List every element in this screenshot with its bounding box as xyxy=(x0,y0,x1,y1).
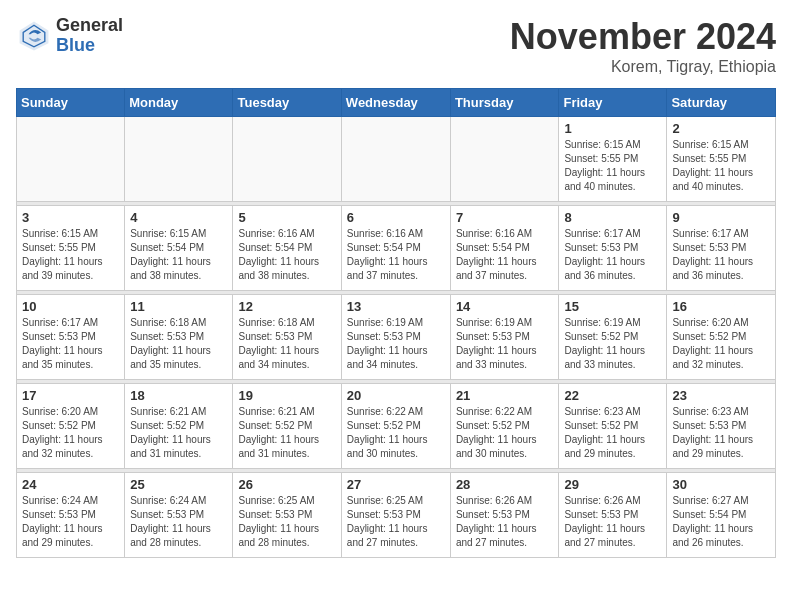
day-cell-1-6: 9Sunrise: 6:17 AM Sunset: 5:53 PM Daylig… xyxy=(667,206,776,291)
day-number: 4 xyxy=(130,210,227,225)
day-info: Sunrise: 6:17 AM Sunset: 5:53 PM Dayligh… xyxy=(22,316,119,372)
day-cell-2-1: 11Sunrise: 6:18 AM Sunset: 5:53 PM Dayli… xyxy=(125,295,233,380)
col-wednesday: Wednesday xyxy=(341,89,450,117)
day-cell-1-3: 6Sunrise: 6:16 AM Sunset: 5:54 PM Daylig… xyxy=(341,206,450,291)
day-cell-0-0 xyxy=(17,117,125,202)
day-number: 10 xyxy=(22,299,119,314)
day-info: Sunrise: 6:16 AM Sunset: 5:54 PM Dayligh… xyxy=(238,227,335,283)
day-cell-2-0: 10Sunrise: 6:17 AM Sunset: 5:53 PM Dayli… xyxy=(17,295,125,380)
logo-blue: Blue xyxy=(56,36,123,56)
col-thursday: Thursday xyxy=(450,89,559,117)
day-info: Sunrise: 6:21 AM Sunset: 5:52 PM Dayligh… xyxy=(238,405,335,461)
day-info: Sunrise: 6:18 AM Sunset: 5:53 PM Dayligh… xyxy=(130,316,227,372)
day-info: Sunrise: 6:19 AM Sunset: 5:53 PM Dayligh… xyxy=(456,316,554,372)
day-cell-0-5: 1Sunrise: 6:15 AM Sunset: 5:55 PM Daylig… xyxy=(559,117,667,202)
day-cell-1-2: 5Sunrise: 6:16 AM Sunset: 5:54 PM Daylig… xyxy=(233,206,341,291)
day-cell-3-5: 22Sunrise: 6:23 AM Sunset: 5:52 PM Dayli… xyxy=(559,384,667,469)
day-number: 12 xyxy=(238,299,335,314)
day-cell-3-0: 17Sunrise: 6:20 AM Sunset: 5:52 PM Dayli… xyxy=(17,384,125,469)
day-info: Sunrise: 6:15 AM Sunset: 5:55 PM Dayligh… xyxy=(672,138,770,194)
day-number: 5 xyxy=(238,210,335,225)
logo-text: General Blue xyxy=(56,16,123,56)
logo-general: General xyxy=(56,16,123,36)
day-info: Sunrise: 6:16 AM Sunset: 5:54 PM Dayligh… xyxy=(347,227,445,283)
day-number: 13 xyxy=(347,299,445,314)
day-number: 29 xyxy=(564,477,661,492)
day-info: Sunrise: 6:27 AM Sunset: 5:54 PM Dayligh… xyxy=(672,494,770,550)
day-info: Sunrise: 6:25 AM Sunset: 5:53 PM Dayligh… xyxy=(347,494,445,550)
day-info: Sunrise: 6:26 AM Sunset: 5:53 PM Dayligh… xyxy=(456,494,554,550)
col-saturday: Saturday xyxy=(667,89,776,117)
day-number: 17 xyxy=(22,388,119,403)
title-section: November 2024 Korem, Tigray, Ethiopia xyxy=(510,16,776,76)
day-info: Sunrise: 6:23 AM Sunset: 5:52 PM Dayligh… xyxy=(564,405,661,461)
day-number: 11 xyxy=(130,299,227,314)
day-cell-3-4: 21Sunrise: 6:22 AM Sunset: 5:52 PM Dayli… xyxy=(450,384,559,469)
day-info: Sunrise: 6:20 AM Sunset: 5:52 PM Dayligh… xyxy=(672,316,770,372)
day-number: 19 xyxy=(238,388,335,403)
logo-icon xyxy=(16,18,52,54)
day-number: 3 xyxy=(22,210,119,225)
month-title: November 2024 xyxy=(510,16,776,58)
day-cell-4-1: 25Sunrise: 6:24 AM Sunset: 5:53 PM Dayli… xyxy=(125,473,233,558)
day-info: Sunrise: 6:18 AM Sunset: 5:53 PM Dayligh… xyxy=(238,316,335,372)
day-info: Sunrise: 6:24 AM Sunset: 5:53 PM Dayligh… xyxy=(22,494,119,550)
day-cell-3-2: 19Sunrise: 6:21 AM Sunset: 5:52 PM Dayli… xyxy=(233,384,341,469)
week-row-3: 17Sunrise: 6:20 AM Sunset: 5:52 PM Dayli… xyxy=(17,384,776,469)
day-info: Sunrise: 6:25 AM Sunset: 5:53 PM Dayligh… xyxy=(238,494,335,550)
day-number: 1 xyxy=(564,121,661,136)
week-row-1: 3Sunrise: 6:15 AM Sunset: 5:55 PM Daylig… xyxy=(17,206,776,291)
day-info: Sunrise: 6:22 AM Sunset: 5:52 PM Dayligh… xyxy=(347,405,445,461)
day-cell-0-2 xyxy=(233,117,341,202)
day-cell-4-5: 29Sunrise: 6:26 AM Sunset: 5:53 PM Dayli… xyxy=(559,473,667,558)
day-number: 15 xyxy=(564,299,661,314)
day-cell-4-4: 28Sunrise: 6:26 AM Sunset: 5:53 PM Dayli… xyxy=(450,473,559,558)
col-tuesday: Tuesday xyxy=(233,89,341,117)
day-cell-2-3: 13Sunrise: 6:19 AM Sunset: 5:53 PM Dayli… xyxy=(341,295,450,380)
day-info: Sunrise: 6:16 AM Sunset: 5:54 PM Dayligh… xyxy=(456,227,554,283)
day-info: Sunrise: 6:19 AM Sunset: 5:53 PM Dayligh… xyxy=(347,316,445,372)
day-info: Sunrise: 6:15 AM Sunset: 5:55 PM Dayligh… xyxy=(22,227,119,283)
day-number: 2 xyxy=(672,121,770,136)
day-number: 6 xyxy=(347,210,445,225)
day-number: 23 xyxy=(672,388,770,403)
day-number: 24 xyxy=(22,477,119,492)
day-cell-3-6: 23Sunrise: 6:23 AM Sunset: 5:53 PM Dayli… xyxy=(667,384,776,469)
calendar-header-row: Sunday Monday Tuesday Wednesday Thursday… xyxy=(17,89,776,117)
calendar: Sunday Monday Tuesday Wednesday Thursday… xyxy=(16,88,776,558)
logo: General Blue xyxy=(16,16,123,56)
week-row-4: 24Sunrise: 6:24 AM Sunset: 5:53 PM Dayli… xyxy=(17,473,776,558)
day-number: 9 xyxy=(672,210,770,225)
day-cell-4-3: 27Sunrise: 6:25 AM Sunset: 5:53 PM Dayli… xyxy=(341,473,450,558)
location: Korem, Tigray, Ethiopia xyxy=(510,58,776,76)
day-number: 25 xyxy=(130,477,227,492)
day-number: 16 xyxy=(672,299,770,314)
day-cell-1-5: 8Sunrise: 6:17 AM Sunset: 5:53 PM Daylig… xyxy=(559,206,667,291)
day-number: 7 xyxy=(456,210,554,225)
day-cell-4-0: 24Sunrise: 6:24 AM Sunset: 5:53 PM Dayli… xyxy=(17,473,125,558)
day-number: 27 xyxy=(347,477,445,492)
day-number: 20 xyxy=(347,388,445,403)
day-cell-1-0: 3Sunrise: 6:15 AM Sunset: 5:55 PM Daylig… xyxy=(17,206,125,291)
day-info: Sunrise: 6:17 AM Sunset: 5:53 PM Dayligh… xyxy=(564,227,661,283)
day-info: Sunrise: 6:24 AM Sunset: 5:53 PM Dayligh… xyxy=(130,494,227,550)
day-cell-0-6: 2Sunrise: 6:15 AM Sunset: 5:55 PM Daylig… xyxy=(667,117,776,202)
day-cell-1-4: 7Sunrise: 6:16 AM Sunset: 5:54 PM Daylig… xyxy=(450,206,559,291)
page-header: General Blue November 2024 Korem, Tigray… xyxy=(16,16,776,76)
day-info: Sunrise: 6:21 AM Sunset: 5:52 PM Dayligh… xyxy=(130,405,227,461)
day-cell-2-5: 15Sunrise: 6:19 AM Sunset: 5:52 PM Dayli… xyxy=(559,295,667,380)
day-info: Sunrise: 6:15 AM Sunset: 5:54 PM Dayligh… xyxy=(130,227,227,283)
day-info: Sunrise: 6:17 AM Sunset: 5:53 PM Dayligh… xyxy=(672,227,770,283)
day-info: Sunrise: 6:15 AM Sunset: 5:55 PM Dayligh… xyxy=(564,138,661,194)
day-info: Sunrise: 6:22 AM Sunset: 5:52 PM Dayligh… xyxy=(456,405,554,461)
col-sunday: Sunday xyxy=(17,89,125,117)
day-cell-4-6: 30Sunrise: 6:27 AM Sunset: 5:54 PM Dayli… xyxy=(667,473,776,558)
day-info: Sunrise: 6:23 AM Sunset: 5:53 PM Dayligh… xyxy=(672,405,770,461)
week-row-2: 10Sunrise: 6:17 AM Sunset: 5:53 PM Dayli… xyxy=(17,295,776,380)
col-friday: Friday xyxy=(559,89,667,117)
day-number: 26 xyxy=(238,477,335,492)
day-info: Sunrise: 6:19 AM Sunset: 5:52 PM Dayligh… xyxy=(564,316,661,372)
day-cell-0-1 xyxy=(125,117,233,202)
day-info: Sunrise: 6:20 AM Sunset: 5:52 PM Dayligh… xyxy=(22,405,119,461)
week-row-0: 1Sunrise: 6:15 AM Sunset: 5:55 PM Daylig… xyxy=(17,117,776,202)
